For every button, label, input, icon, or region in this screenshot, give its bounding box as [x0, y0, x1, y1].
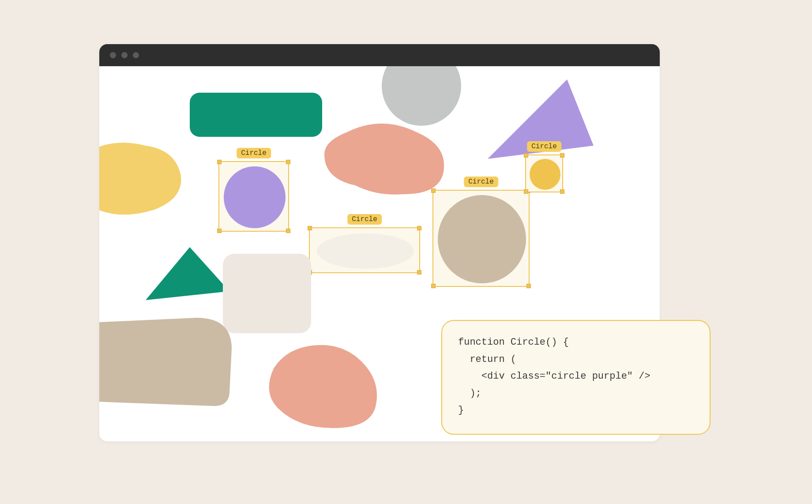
svg-marker-1	[146, 247, 229, 300]
selection-box-beige-circle[interactable]: Circle	[432, 190, 530, 287]
resize-handle-icon[interactable]	[308, 226, 312, 230]
shape-circle-yellow[interactable]	[530, 159, 560, 190]
resize-handle-icon[interactable]	[217, 229, 222, 233]
resize-handle-icon[interactable]	[524, 153, 528, 158]
code-line: function Circle() {	[458, 337, 569, 348]
resize-handle-icon[interactable]	[431, 284, 436, 288]
window-button-close-icon[interactable]	[110, 52, 116, 58]
selection-label: Circle	[347, 214, 382, 225]
resize-handle-icon[interactable]	[560, 153, 564, 158]
code-line: );	[458, 388, 481, 399]
shape-circle-purple[interactable]	[224, 166, 286, 228]
shape-rounded-rectangle-cream[interactable]	[223, 254, 311, 333]
shape-blob-yellow[interactable]	[99, 137, 185, 216]
window-button-minimize-icon[interactable]	[121, 52, 128, 58]
selection-box-ellipse[interactable]: Circle	[309, 227, 420, 273]
code-snippet-panel: function Circle() { return ( <div class=…	[441, 320, 710, 435]
shape-rounded-rectangle-green[interactable]	[190, 93, 322, 137]
selection-label: Circle	[527, 141, 561, 152]
selection-box-yellow-circle[interactable]: Circle	[525, 154, 563, 192]
resize-handle-icon[interactable]	[417, 226, 421, 230]
resize-handle-icon[interactable]	[217, 160, 222, 164]
selection-box-purple-circle[interactable]: Circle	[218, 161, 289, 232]
resize-handle-icon[interactable]	[431, 188, 436, 193]
resize-handle-icon[interactable]	[417, 270, 421, 275]
resize-handle-icon[interactable]	[286, 229, 290, 233]
shape-triangle-green[interactable]	[146, 247, 229, 309]
code-line: return (	[458, 354, 516, 365]
selection-label: Circle	[464, 177, 498, 187]
shape-circle-beige[interactable]	[438, 195, 526, 283]
selection-label: Circle	[237, 148, 271, 158]
window-titlebar	[99, 44, 660, 66]
resize-handle-icon[interactable]	[286, 160, 290, 164]
shape-blob-peach[interactable]	[320, 119, 452, 199]
resize-handle-icon[interactable]	[560, 189, 564, 194]
resize-handle-icon[interactable]	[524, 189, 528, 194]
shape-blob-peach-bottom[interactable]	[267, 342, 382, 430]
shape-ellipse-cream[interactable]	[317, 233, 414, 269]
code-line: }	[458, 405, 464, 416]
window-button-maximize-icon[interactable]	[133, 52, 139, 58]
resize-handle-icon[interactable]	[526, 284, 531, 288]
shape-halfcircle-gray[interactable]	[382, 66, 461, 126]
code-line: <div class="circle purple" />	[458, 371, 650, 382]
shape-blob-beige[interactable]	[99, 313, 236, 410]
